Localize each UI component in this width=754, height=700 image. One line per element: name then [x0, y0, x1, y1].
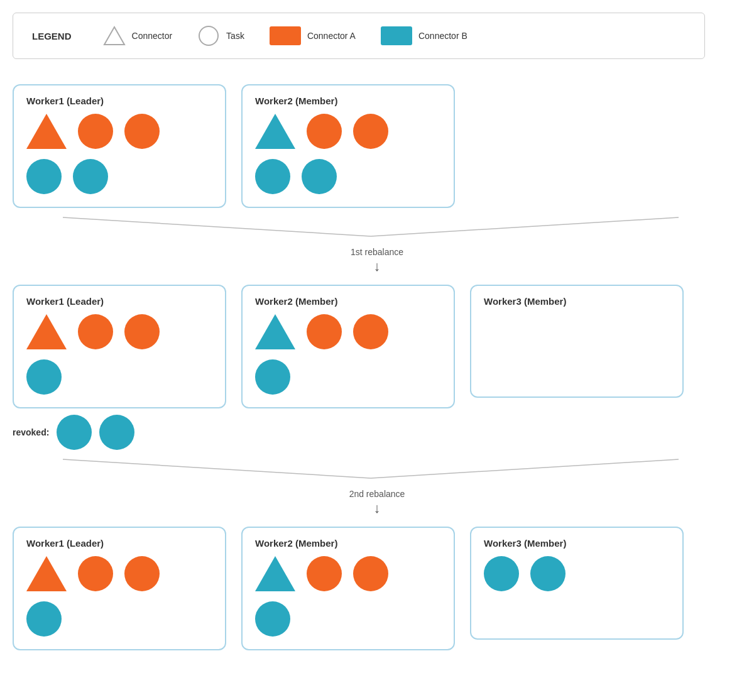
circle-teal-icon — [255, 601, 290, 637]
connector-b-rect-icon — [381, 26, 412, 45]
svg-marker-0 — [104, 27, 124, 45]
arrow-down-1: ↓ — [13, 258, 741, 275]
triangle-orange-icon — [26, 556, 67, 591]
worker1-leader-after-first: Worker1 (Leader) — [13, 285, 226, 408]
revoked-circle-teal-1 — [57, 415, 92, 450]
worker2-row2 — [255, 159, 441, 194]
circle-teal-icon — [26, 159, 62, 194]
circle-teal-icon — [255, 359, 290, 395]
worker3-as-row1 — [484, 556, 670, 591]
arrow-down-2: ↓ — [13, 500, 741, 517]
circle-orange-icon — [78, 314, 113, 349]
revoked-row: revoked: — [13, 415, 741, 450]
legend-item-connector-a: Connector A — [270, 26, 356, 45]
worker2-member-after-first: Worker2 (Member) — [241, 285, 455, 408]
worker1-af-row1 — [26, 314, 212, 349]
worker3-member-after-first: Worker3 (Member) — [470, 285, 684, 398]
circle-teal-icon — [26, 359, 62, 395]
worker2-af-row1 — [255, 314, 441, 349]
worker2-as-row2 — [255, 601, 441, 637]
circle-orange-icon — [78, 556, 113, 591]
worker1-as-row1 — [26, 556, 212, 591]
circle-orange-icon — [307, 556, 342, 591]
worker1-leader-initial: Worker1 (Leader) — [13, 84, 226, 208]
legend-title: LEGEND — [32, 31, 72, 41]
circle-teal-icon — [302, 159, 337, 194]
circle-orange-icon — [353, 314, 388, 349]
rebalance-1-label: 1st rebalance — [13, 247, 741, 257]
legend-connector-b-label: Connector B — [418, 31, 467, 41]
workers-row-after-second: Worker1 (Leader) Worker2 (Member) — [13, 527, 741, 650]
worker1-row1 — [26, 114, 212, 149]
circle-teal-icon — [26, 601, 62, 637]
connector-a-rect-icon — [270, 26, 301, 45]
circle-orange-icon — [124, 114, 160, 149]
worker1-title-as: Worker1 (Leader) — [26, 538, 212, 549]
svg-point-1 — [199, 26, 218, 45]
legend-task-label: Task — [226, 31, 244, 41]
circle-orange-icon — [353, 114, 388, 149]
worker2-title: Worker2 (Member) — [255, 96, 441, 106]
triangle-teal-icon — [255, 556, 295, 591]
worker2-member-initial: Worker2 (Member) — [241, 84, 455, 208]
legend-item-connector-b: Connector B — [381, 26, 467, 45]
legend: LEGEND Connector Task Connector A Connec… — [13, 13, 705, 59]
worker2-title-af: Worker2 (Member) — [255, 296, 441, 307]
circle-orange-icon — [78, 114, 113, 149]
svg-line-5 — [371, 459, 679, 478]
connector-triangle-icon — [103, 25, 126, 47]
workers-row-after-first: Worker1 (Leader) Worker2 (Member) — [13, 285, 741, 408]
workers-row-initial: Worker1 (Leader) Worker2 (Member) — [13, 84, 741, 208]
rebalance-lines-2 — [13, 456, 705, 481]
svg-line-3 — [371, 217, 679, 236]
worker1-leader-after-second: Worker1 (Leader) — [13, 527, 226, 650]
worker1-af-row2 — [26, 359, 212, 395]
circle-orange-icon — [353, 556, 388, 591]
circle-teal-icon — [484, 556, 519, 591]
revoked-label: revoked: — [13, 427, 49, 437]
circle-orange-icon — [124, 314, 160, 349]
circle-teal-icon — [530, 556, 566, 591]
worker2-as-row1 — [255, 556, 441, 591]
worker3-title-af: Worker3 (Member) — [484, 296, 670, 307]
triangle-teal-icon — [255, 114, 295, 149]
svg-line-2 — [63, 217, 371, 236]
legend-item-task: Task — [197, 25, 244, 47]
worker1-title-af: Worker1 (Leader) — [26, 296, 212, 307]
circle-orange-icon — [307, 114, 342, 149]
worker3-title-as: Worker3 (Member) — [484, 538, 670, 549]
worker1-title: Worker1 (Leader) — [26, 96, 212, 106]
worker2-row1 — [255, 114, 441, 149]
worker2-member-after-second: Worker2 (Member) — [241, 527, 455, 650]
revoked-circle-teal-2 — [99, 415, 134, 450]
worker3-member-after-second: Worker3 (Member) — [470, 527, 684, 640]
legend-connector-label: Connector — [132, 31, 173, 41]
circle-orange-icon — [124, 556, 160, 591]
triangle-teal-icon — [255, 314, 295, 349]
task-circle-icon — [197, 25, 220, 47]
worker1-row2 — [26, 159, 212, 194]
section-after-second: Worker1 (Leader) Worker2 (Member) — [13, 527, 741, 650]
circle-orange-icon — [307, 314, 342, 349]
triangle-orange-icon — [26, 114, 67, 149]
worker2-title-as: Worker2 (Member) — [255, 538, 441, 549]
legend-item-connector: Connector — [103, 25, 173, 47]
worker1-as-row2 — [26, 601, 212, 637]
worker2-af-row2 — [255, 359, 441, 395]
legend-connector-a-label: Connector A — [307, 31, 356, 41]
circle-teal-icon — [73, 159, 108, 194]
circle-teal-icon — [255, 159, 290, 194]
section-after-first: Worker1 (Leader) Worker2 (Member) — [13, 285, 741, 450]
rebalance-lines-1 — [13, 214, 705, 239]
section-initial: Worker1 (Leader) Worker2 (Member) — [13, 84, 741, 208]
svg-line-4 — [63, 459, 371, 478]
triangle-orange-icon — [26, 314, 67, 349]
rebalance-2-label: 2nd rebalance — [13, 489, 741, 499]
